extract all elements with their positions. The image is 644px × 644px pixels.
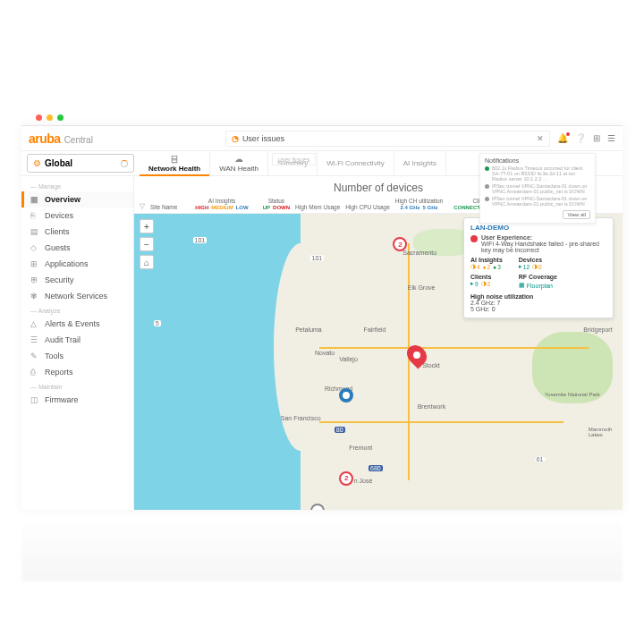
- section-maintain: — Maintain: [21, 380, 133, 392]
- app-window: aruba Central ◔ User issues ✕ 🔔 ❔ ⊞ ☰ ⚙ …: [21, 125, 623, 510]
- zoom-in-button[interactable]: +: [140, 219, 154, 233]
- sidebar-item-audit[interactable]: ☰Audit Trail: [21, 332, 133, 348]
- search-icon: ◔: [232, 134, 239, 143]
- section-manage: — Manage: [21, 180, 133, 191]
- guest-icon: ◇: [30, 243, 39, 252]
- alert-icon: △: [30, 319, 39, 328]
- city-novato: Novato: [315, 350, 335, 356]
- apps-grid-icon: ⊞: [30, 259, 39, 268]
- filter-icon[interactable]: ▽: [140, 202, 145, 210]
- city-stockton: Stockt: [422, 362, 439, 369]
- tab-wan-health[interactable]: ☁ WAN Health: [210, 151, 268, 175]
- search-value: User issues: [242, 134, 284, 143]
- map-view[interactable]: Sacramento Elk Grove Petaluma Novato Fai…: [134, 214, 623, 510]
- city-vallejo: Vallejo: [339, 356, 358, 362]
- sidebar-item-devices[interactable]: ⎘Devices: [21, 208, 133, 224]
- col-high-mem: High Mem Usage: [295, 204, 340, 210]
- home-button[interactable]: ⌂: [140, 255, 154, 269]
- notification-item[interactable]: IPSec tunnel VPNC-Santaclara-01 down on …: [485, 196, 590, 207]
- main-content: Number of devices ▽ Site Name AI Insight…: [134, 176, 623, 510]
- label-yosemite: Yosemite National Park: [545, 392, 600, 397]
- cloud-icon: ☁: [234, 154, 243, 164]
- status-dot-icon: [485, 166, 489, 171]
- city-brentwood: Brentwork: [418, 403, 446, 410]
- chip-icon: ◫: [30, 395, 39, 404]
- col-high-ch: High CH utilization 2.4 GHz5 GHz: [395, 198, 443, 210]
- popup-site-name: LAN-DEMO: [470, 224, 606, 232]
- report-icon: ⎙: [30, 368, 39, 377]
- sidebar-item-network-services[interactable]: ✾Network Services: [21, 288, 133, 304]
- list-icon: ☰: [30, 335, 39, 344]
- sidebar-item-alerts[interactable]: △Alerts & Events: [21, 316, 133, 332]
- brand-logo: aruba Central: [29, 131, 93, 146]
- sidebar-nav: — Manage ▦Overview ⎘Devices ▤Clients ◇Gu…: [21, 176, 134, 510]
- apps-icon[interactable]: ⊞: [593, 133, 600, 143]
- error-dot-icon: [470, 235, 478, 242]
- notification-item[interactable]: IPSec tunnel VPNC-Santaclara-01 down on …: [485, 183, 590, 194]
- sidebar-item-tools[interactable]: ✎Tools: [21, 348, 133, 364]
- col-site-name: Site Name: [150, 204, 177, 210]
- network-icon: ✾: [30, 292, 39, 301]
- sidebar-item-clients[interactable]: ▤Clients: [21, 224, 133, 240]
- map-controls: + − ⌂: [140, 219, 154, 269]
- clear-icon[interactable]: ✕: [537, 134, 544, 143]
- floorplan-icon: ▦: [519, 282, 525, 289]
- devices-counts: ▸12 ◑0: [519, 263, 557, 270]
- route-5: 5: [154, 320, 161, 326]
- subtab-wifi-connectivity[interactable]: Wi-Fi Connectivity: [318, 151, 394, 175]
- shield-icon: ⛨: [30, 275, 39, 284]
- subtab-ai-insights[interactable]: AI Insights: [394, 151, 446, 175]
- city-fremont: Fremont: [349, 445, 372, 451]
- route-80: 80: [335, 427, 345, 433]
- popup-ux-message: WiFi 4-Way Handshake failed - pre-shared…: [481, 241, 599, 253]
- scope-selector[interactable]: ⚙ Global: [27, 154, 134, 173]
- city-elk-grove: Elk Grove: [408, 284, 436, 291]
- subtab-user-issues[interactable]: user issues: [272, 153, 316, 165]
- wrench-icon: ✎: [30, 352, 39, 360]
- city-mammoth: Mammoth Lakes: [589, 427, 623, 437]
- top-bar: aruba Central ◔ User issues ✕ 🔔 ❔ ⊞ ☰: [21, 126, 623, 151]
- notification-item[interactable]: 802.1x Radius Timeout occurred for clien…: [485, 165, 590, 182]
- notifications-panel: Notifications 802.1x Radius Timeout occu…: [479, 153, 596, 224]
- notifications-title: Notifications: [485, 157, 590, 164]
- sidebar-item-guests[interactable]: ◇Guests: [21, 240, 133, 256]
- route-680: 680: [369, 465, 383, 471]
- floorplan-link[interactable]: ▦Floorplan: [519, 282, 557, 289]
- tab-network-health[interactable]: ⌸ Network Health: [140, 151, 210, 175]
- view-all-button[interactable]: View all: [563, 210, 590, 219]
- city-san-jose: n José: [354, 478, 373, 484]
- sidebar-item-reports[interactable]: ⎙Reports: [21, 364, 133, 380]
- sidebar-item-applications[interactable]: ⊞Applications: [21, 256, 133, 272]
- clients-icon: ▤: [30, 227, 39, 236]
- search-input[interactable]: ◔ User issues ✕: [225, 131, 550, 147]
- city-petaluma: Petaluma: [295, 326, 322, 333]
- noise-utilization: High noise utilization 2.4 GHz: 7 5 GHz:…: [470, 293, 606, 312]
- grid-icon: ▦: [30, 195, 39, 204]
- section-analyze: — Analyze: [21, 304, 133, 316]
- sidebar-item-overview[interactable]: ▦Overview: [21, 191, 133, 208]
- col-ai-insights: AI Insights HIGHMEDIUMLOW: [195, 198, 248, 210]
- zoom-out-button[interactable]: −: [140, 237, 154, 251]
- window-traffic-lights: [36, 114, 64, 121]
- spinner-icon: [121, 160, 128, 167]
- site-popup: LAN-DEMO User Experience: WiFi 4-Way Han…: [463, 217, 614, 318]
- device-icon: ⎘: [30, 211, 39, 220]
- city-fairfield: Fairfield: [364, 326, 386, 333]
- help-icon[interactable]: ❔: [575, 133, 586, 143]
- city-sacramento: Sacramento: [402, 250, 436, 256]
- route-101b: 101: [310, 255, 325, 261]
- clients-counts: ▸9 ◑2: [470, 280, 503, 287]
- sidebar-item-security[interactable]: ⛨Security: [21, 272, 133, 288]
- route-101: 101: [193, 237, 208, 243]
- city-sf: San Francisco: [281, 415, 321, 421]
- map-pin-empty[interactable]: [310, 504, 325, 510]
- bell-icon[interactable]: 🔔: [557, 133, 568, 143]
- col-high-cpu: High CPU Usage: [345, 204, 390, 210]
- ai-insight-counts: ◑4 ●2 ●3: [470, 263, 503, 270]
- col-status: Status UPDOWN: [263, 198, 290, 210]
- city-bridgeport: Bridgeport: [583, 326, 612, 333]
- user-icon[interactable]: ☰: [607, 133, 615, 143]
- sidebar-item-firmware[interactable]: ◫Firmware: [21, 392, 133, 408]
- reflection-decoration: [21, 519, 623, 581]
- gear-icon: ⚙: [33, 158, 41, 168]
